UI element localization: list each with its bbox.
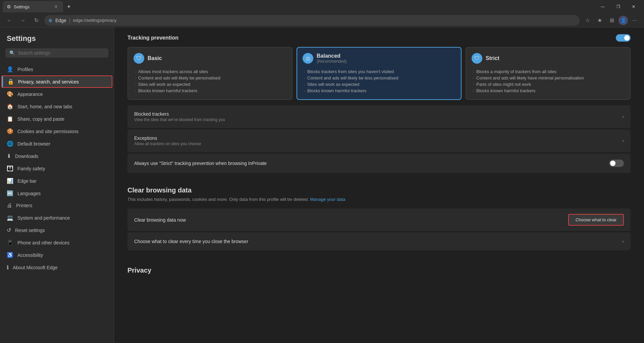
choose-what-to-clear-button[interactable]: Choose what to clear [568,214,624,226]
clear-on-close-chevron: › [622,238,624,244]
strict-inprivate-row[interactable]: Always use "Strict" tracking prevention … [127,154,631,173]
sidebar-item-label: Share, copy and paste [17,116,64,122]
exceptions-row[interactable]: Exceptions Allow all trackers on sites y… [127,129,631,152]
sidebar-item-privacy[interactable]: 🔒 Privacy, search, and services [1,75,112,88]
sidebar-item-label: Default browser [17,141,50,147]
accessibility-icon: ♿ [7,252,13,258]
sidebar-item-label: Edge bar [17,178,37,184]
clear-on-close-title: Choose what to clear every time you clos… [134,239,248,244]
exceptions-subtitle: Allow all trackers on sites you choose [134,141,201,146]
sidebar-item-default-browser[interactable]: 🌐 Default browser [0,137,114,150]
sidebar-item-edge-bar[interactable]: 📊 Edge bar [0,175,114,187]
exceptions-content: Exceptions Allow all trackers on sites y… [134,135,201,146]
basic-bullet-2: Content and ads will likely be personali… [133,75,286,81]
tracking-prevention-toggle[interactable] [616,34,631,42]
sidebar-item-label: Languages [17,191,41,196]
tracking-prevention-header: Tracking prevention [127,27,631,47]
profile-button[interactable]: 👤 [619,16,628,25]
sidebar-item-reset[interactable]: ↺ Reset settings [0,224,114,236]
default-browser-icon: 🌐 [7,140,13,147]
balanced-bullet-4: Blocks known harmful trackers [303,88,455,94]
sidebar-item-cookies[interactable]: 🍪 Cookies and site permissions [0,125,114,137]
sidebar-item-family-safety[interactable]: 👪 Family safety [0,162,114,175]
settings-tab[interactable]: ⚙ Settings ✕ [3,1,63,12]
balanced-card[interactable]: ⚖ Balanced (Recommended) Blocks trackers… [297,47,462,100]
basic-card[interactable]: 🛡 Basic Allows most trackers across all … [127,47,292,100]
close-button[interactable]: ✕ [626,0,641,13]
sidebar-item-start-home[interactable]: 🏠 Start, home, and new tabs [0,100,114,113]
page-favorites-icon[interactable]: ☆ [582,15,593,26]
sidebar-item-profiles[interactable]: 👤 Profiles [0,63,114,75]
basic-card-header: 🛡 Basic [133,53,286,64]
clear-browsing-data-heading: Clear browsing data [127,184,631,194]
minimize-button[interactable]: — [595,0,610,13]
tracking-prevention-section: Tracking prevention 🛡 Basic Allows most … [127,27,631,173]
blocked-trackers-title: Blocked trackers [134,111,225,117]
back-button[interactable]: ← [4,15,15,26]
title-bar: ⚙ Settings ✕ + — ❐ ✕ [0,0,644,13]
address-bar[interactable]: ⊕ Edge | edge://settings/privacy [44,15,580,26]
sidebar-item-label: About Microsoft Edge [13,265,58,270]
balanced-card-header: ⚖ Balanced (Recommended) [303,53,455,64]
new-tab-button[interactable]: + [64,2,73,12]
search-input[interactable] [18,50,104,56]
system-icon: 💻 [7,215,13,221]
tab-close-button[interactable]: ✕ [53,4,59,10]
sidebar-item-languages[interactable]: 🔤 Languages [0,187,114,199]
sidebar-item-phone[interactable]: 📱 Phone and other devices [0,236,114,249]
strict-card-title-wrap: Strict [486,55,499,61]
content-area: Tracking prevention 🛡 Basic Allows most … [114,27,644,343]
more-menu-button[interactable]: ··· [629,15,640,26]
edge-brand-label: Edge [55,18,66,23]
sidebar-item-label: Reset settings [15,228,45,233]
sidebar-item-label: Appearance [17,92,43,97]
profiles-icon: 👤 [7,66,13,72]
collections-icon[interactable]: ⊞ [606,15,617,26]
start-home-icon: 🏠 [7,103,13,110]
balanced-card-title: Balanced [317,53,346,59]
blocked-trackers-content: Blocked trackers View the sites that we'… [134,111,225,122]
refresh-button[interactable]: ↻ [31,15,42,26]
tab-area: ⚙ Settings ✕ + [3,1,592,12]
blocked-trackers-row[interactable]: Blocked trackers View the sites that we'… [127,105,631,128]
edge-logo-icon: ⊕ [48,17,53,23]
balanced-bullet-1: Blocks trackers from sites you haven't v… [303,68,455,75]
basic-card-icon: 🛡 [133,53,144,64]
clear-on-close-row[interactable]: Choose what to clear every time you clos… [127,232,631,250]
strict-bullet-4: Blocks known harmful trackers [472,88,625,94]
sidebar-item-share-copy[interactable]: 📋 Share, copy and paste [0,113,114,125]
strict-card-header: 🛡 Strict [472,53,625,64]
manage-data-link[interactable]: Manage your data [310,197,345,202]
sidebar-item-downloads[interactable]: ⬇ Downloads [0,150,114,162]
blocked-trackers-subtitle: View the sites that we've blocked from t… [134,117,225,122]
sidebar-item-appearance[interactable]: 🎨 Appearance [0,88,114,100]
sidebar-item-label: Phone and other devices [17,240,69,245]
family-safety-icon: 👪 [7,165,13,172]
clear-now-row: Clear browsing data now Choose what to c… [127,209,631,231]
balanced-card-bullets: Blocks trackers from sites you haven't v… [303,68,455,94]
strict-inprivate-toggle[interactable] [609,160,624,167]
search-icon: 🔍 [9,50,15,56]
printers-icon: 🖨 [7,203,12,209]
edge-bar-icon: 📊 [7,178,13,184]
tab-icon: ⚙ [7,4,11,9]
strict-card-icon: 🛡 [472,53,482,64]
strict-card-title: Strict [486,55,499,61]
tracking-cards: 🛡 Basic Allows most trackers across all … [127,47,631,100]
favorites-icon[interactable]: ★ [594,15,605,26]
main-layout: Settings 🔍 👤 Profiles 🔒 Privacy, search,… [0,27,644,343]
sidebar-item-printers[interactable]: 🖨 Printers [0,199,114,212]
sidebar-item-accessibility[interactable]: ♿ Accessibility [0,249,114,261]
window-controls: — ❐ ✕ [595,0,641,13]
sidebar-item-about[interactable]: ℹ About Microsoft Edge [0,261,114,274]
maximize-button[interactable]: ❐ [610,0,626,13]
sidebar-item-label: Family safety [17,166,45,171]
balanced-card-subtitle: (Recommended) [317,59,346,64]
strict-card[interactable]: 🛡 Strict Blocks a majority of trackers f… [466,47,631,100]
exceptions-title: Exceptions [134,135,201,141]
search-box[interactable]: 🔍 [5,48,108,58]
forward-button[interactable]: → [17,15,28,26]
sidebar-item-system[interactable]: 💻 System and performance [0,212,114,224]
sidebar-item-label: Cookies and site permissions [17,129,78,134]
sidebar-item-label: Printers [16,203,32,208]
